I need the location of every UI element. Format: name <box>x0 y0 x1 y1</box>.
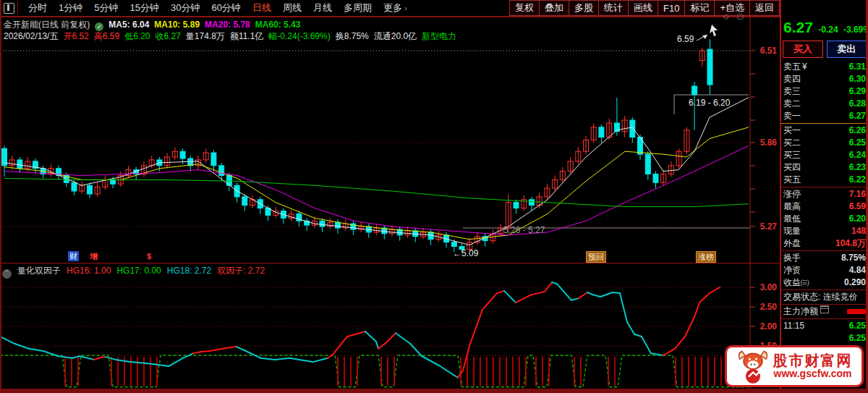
tick-row-0: 11:156.25 <box>781 320 868 332</box>
ask-row-1: 卖四6.30 <box>781 73 868 85</box>
axis-label: 2.00 <box>751 321 777 331</box>
row-value: 6.31 <box>849 61 866 73</box>
panel-divider <box>781 123 868 124</box>
trade-status: 交易状态: 连续竞价 <box>781 291 868 303</box>
row-label: 涨停 <box>783 188 801 200</box>
stat-row-2: 最低6.20 <box>781 213 868 225</box>
row-label: 最低 <box>783 213 801 225</box>
row-label: 买五 <box>783 174 801 186</box>
window-border-left <box>0 0 1 393</box>
bid-row-3: 买四6.23 <box>781 161 868 174</box>
indicator-field-1: HG17: 0.00 <box>116 266 161 276</box>
row-label: 卖二 <box>783 98 801 110</box>
row-value: 4.84 <box>849 264 866 276</box>
row-value: 6.30 <box>849 73 866 85</box>
misc-row-0: 换手8.75% <box>781 252 868 264</box>
row-label: 卖一 <box>783 110 801 122</box>
event-badge-1[interactable]: 增 <box>90 251 98 261</box>
bid-row-1: 买二6.25 <box>781 137 868 149</box>
main-flow-row: 主力净额 <box>781 305 868 318</box>
tick-price: 6.25 <box>849 320 866 332</box>
row-label: 买四 <box>783 161 801 174</box>
row-label: 换手 <box>783 252 801 264</box>
stat-row-0: 涨停7.16 <box>781 188 868 200</box>
svg-text:6.59: 6.59 <box>677 34 694 44</box>
event-badge-0[interactable]: 财 <box>68 251 79 261</box>
stat-row-4: 外盘104.8万 <box>781 237 868 250</box>
sell-button[interactable]: 卖出 <box>827 41 867 58</box>
event-badge-3[interactable]: 预回 <box>586 251 606 263</box>
quote-panel: 6.27 -0.24 -3.69% 买入 卖出 卖五¥6.31卖四6.30卖三6… <box>780 0 868 393</box>
tick-row-1: 6.25 <box>781 332 868 345</box>
row-label: 买一 <box>783 124 801 137</box>
row-label: 外盘 <box>783 237 801 250</box>
bid-row-4: 买五6.22 <box>781 174 868 186</box>
panel-divider <box>0 263 780 263</box>
site-logo[interactable]: 股市财富网 www.gscfw.com <box>725 345 864 387</box>
window-border-bottom <box>0 389 868 393</box>
main-chart[interactable]: 6.596.19 - 6.205.26 - 5.27←5.09 <box>0 0 780 393</box>
row-value: 6.20 <box>849 213 866 225</box>
row-value: 148 <box>851 225 866 237</box>
panel-divider <box>781 318 868 319</box>
row-label: 净资 <box>783 264 801 276</box>
bid-row-0: 买一6.26 <box>781 124 868 137</box>
panel-divider <box>781 304 868 305</box>
ask-row-4: 卖一6.27 <box>781 110 868 122</box>
buy-button[interactable]: 买入 <box>783 41 823 58</box>
main-flow-bar <box>847 309 866 314</box>
axis-label: 5.86 <box>751 138 777 148</box>
quote-rows: 卖五¥6.31卖四6.30卖三6.29卖二6.28卖一6.27买一6.26买二6… <box>781 61 868 345</box>
currency-icon[interactable]: ¥ <box>802 61 807 73</box>
row-value: 6.25 <box>849 137 866 149</box>
row-value: 6.24 <box>849 149 866 161</box>
ask-row-0: 卖五¥6.31 <box>781 61 868 73</box>
row-label: 最高 <box>783 200 801 213</box>
svg-text:←5.09: ←5.09 <box>453 248 479 258</box>
event-badge-2[interactable]: $ <box>147 251 151 261</box>
row-value: 0.290 <box>844 276 866 289</box>
collapse-icon[interactable]: ˇ <box>2 269 12 279</box>
row-value: 6.28 <box>849 98 866 110</box>
bid-row-2: 买三6.24 <box>781 149 868 161</box>
logo-text: 股市财富网 www.gscfw.com <box>773 353 853 379</box>
bull-icon <box>736 349 770 384</box>
row-label: 卖四 <box>783 73 801 85</box>
row-label: 卖三 <box>783 85 801 98</box>
logo-url: www.gscfw.com <box>774 368 852 379</box>
row-label: 收益㈢ <box>783 276 809 289</box>
ask-row-3: 卖二6.28 <box>781 98 868 110</box>
row-value: 6.23 <box>849 161 866 174</box>
indicator-header: ˇ量化双因子HG16: 1.00HG17: 0.00HG18: 2.72双因子:… <box>2 265 271 279</box>
row-value: 7.16 <box>849 188 866 200</box>
price-change-pct: -3.69% <box>843 25 868 35</box>
misc-row-1: 净资4.84 <box>781 264 868 276</box>
row-label: 卖五 <box>783 61 801 73</box>
indicator-name: 量化双因子 <box>17 266 61 276</box>
indicator-field-3: 双因子: 2.72 <box>217 266 265 276</box>
price-change: -0.24 <box>818 25 838 35</box>
row-label: 买二 <box>783 137 801 149</box>
row-value: 6.22 <box>849 174 866 186</box>
misc-row-2: 收益㈢0.290 <box>781 276 868 289</box>
axis-label: 6.51 <box>751 46 777 56</box>
list-icon[interactable] <box>820 305 829 313</box>
event-badge-4[interactable]: 涨榜 <box>696 251 716 263</box>
tick-time: 11:15 <box>783 320 804 332</box>
svg-text:5.26 - 5.27: 5.26 - 5.27 <box>503 225 545 235</box>
row-label: 买三 <box>783 149 801 161</box>
row-value: 6.29 <box>849 85 866 98</box>
axis-label: 3.00 <box>751 282 777 292</box>
tick-price: 6.25 <box>849 332 866 345</box>
logo-site-name: 股市财富网 <box>773 353 853 368</box>
row-value: 6.59 <box>849 200 866 213</box>
svg-text:6.19 - 6.20: 6.19 - 6.20 <box>689 98 731 108</box>
axis-label: 5.27 <box>751 221 777 232</box>
tdx-window: 分时1分钟5分钟15分钟30分钟60分钟日线周线月线多周期更多 › 复权叠加多股… <box>0 0 868 393</box>
row-value: 6.26 <box>849 124 866 137</box>
panel-divider <box>781 250 868 251</box>
row-value: 6.27 <box>849 110 866 122</box>
row-label: 现量 <box>783 225 801 237</box>
stat-row-1: 最高6.59 <box>781 200 868 213</box>
last-price-row: 6.27 -0.24 -3.69% <box>783 19 868 36</box>
